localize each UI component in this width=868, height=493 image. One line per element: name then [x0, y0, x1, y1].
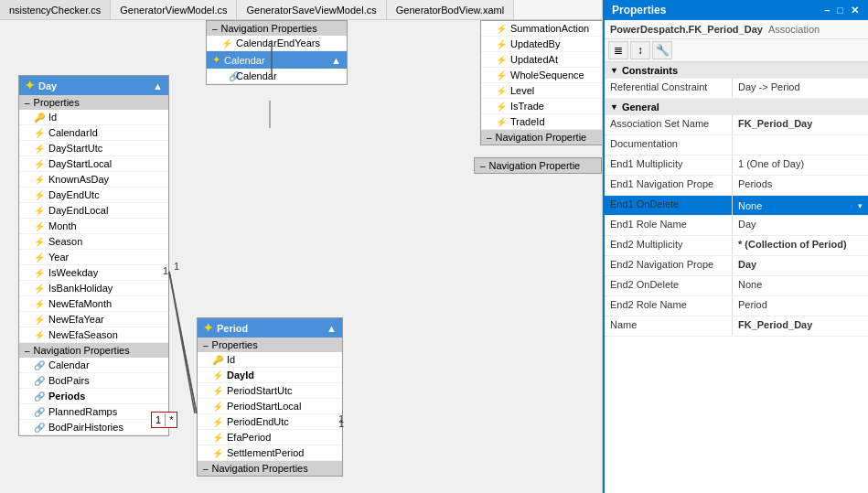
props-titlebar-controls: – □ ✕ [822, 5, 861, 16]
key-icon-period-id: 🔑 [212, 355, 223, 365]
props-val-end2mult: * (Collection of Period) [733, 236, 868, 255]
props-val-documentation [733, 135, 868, 155]
day-prop-nefas: ⚡ NewEfaSeason [19, 327, 168, 343]
day-prop-kad-label: KnownAsDay [48, 174, 109, 185]
props-key-assocsetname: Association Set Name [605, 115, 733, 134]
popup-right: * [169, 414, 173, 425]
props-val-end1mult: 1 (One of Day) [733, 155, 868, 175]
props-key-end2ondelete: End2 OnDelete [605, 276, 733, 295]
right-prop-ws: ⚡ WholeSequence [481, 68, 602, 83]
props-key-name: Name [605, 316, 733, 336]
prop-icon-peu: ⚡ [212, 417, 223, 427]
svg-line-0 [169, 272, 197, 413]
right-prop-ub: ⚡ UpdatedBy [481, 37, 602, 52]
tab-3[interactable]: GeneratorBodView.xaml [387, 0, 514, 19]
props-section-constraints[interactable]: Constraints [605, 62, 868, 79]
right-icon-tradeid: ⚡ [496, 117, 507, 127]
prop-icon-psl: ⚡ [212, 402, 223, 412]
props-minus-btn[interactable]: – [822, 5, 831, 16]
period-prop-efa: ⚡ EfaPeriod [198, 430, 342, 445]
popup-box: 1 * [151, 412, 177, 428]
properties-panel: Properties – □ ✕ PowerDespatch.FK_Period… [603, 0, 868, 493]
period-prop-psu-label: PeriodStartUtc [227, 385, 293, 396]
props-row-end1rolename: End1 Role Name Day [605, 216, 868, 236]
nav-icon-bph: 🔗 [34, 423, 45, 433]
props-key-end1mult: End1 Multiplicity [605, 155, 733, 175]
prop-icon-isbh: ⚡ [34, 284, 45, 294]
tab-2[interactable]: GeneratorSaveViewModel.cs [237, 0, 386, 19]
period-prop-psl-label: PeriodStartLocal [227, 401, 301, 412]
prop-icon-nefam: ⚡ [34, 299, 45, 309]
right-prop-level-label: Level [510, 85, 534, 96]
entity-day-expand[interactable]: ▲ [153, 80, 163, 91]
prop-icon-del: ⚡ [34, 206, 45, 216]
day-prop-kad: ⚡ KnownAsDay [19, 172, 168, 188]
props-maximize-btn[interactable]: □ [835, 5, 845, 16]
prop-icon-month: ⚡ [34, 221, 45, 231]
entity-day-title: Day [38, 80, 57, 91]
entity-period-header: ✦ Period ▲ [198, 318, 342, 338]
day-nav-section: Navigation Properties [19, 343, 168, 358]
right-prop-sa: ⚡ SummationAction [481, 21, 602, 37]
props-val-name: FK_Period_Day [733, 316, 868, 336]
calendar-expand[interactable]: ▲ [331, 55, 341, 66]
day-nav-calendar-label: Calendar [48, 359, 90, 370]
day-nav-periods-label: Periods [48, 391, 85, 402]
prop-icon-calendarid: ⚡ [34, 128, 45, 138]
period-prop-peu: ⚡ PeriodEndUtc [198, 414, 342, 430]
end1ondelete-value: None [738, 200, 762, 211]
props-tool-list[interactable]: ≣ [608, 41, 628, 59]
svg-line-3 [169, 272, 195, 413]
props-key-end1rolename: End1 Role Name [605, 216, 733, 235]
period-prop-id: 🔑 Id [198, 352, 342, 368]
cal-nav-sub: 🔗 Calendar [207, 69, 347, 84]
right-prop-istrade: ⚡ IsTrade [481, 99, 602, 114]
period-nav-section: Navigation Properties [198, 461, 342, 476]
right-icon-level: ⚡ [496, 86, 507, 96]
nav-icon-calendar: 🔗 [34, 360, 45, 370]
entity-period-expand[interactable]: ▲ [327, 323, 337, 334]
entity-period-title: Period [217, 323, 248, 334]
period-prop-psl: ⚡ PeriodStartLocal [198, 399, 342, 414]
right-prop-ws-label: WholeSequence [510, 70, 584, 80]
day-nav-plannedramps: 🔗 PlannedRamps [19, 404, 168, 420]
props-toolbar: ≣ ↕ 🔧 [605, 39, 868, 62]
props-tool-settings[interactable]: 🔧 [652, 41, 672, 59]
diagram-area: nsistencyChecker.cs GeneratorViewModel.c… [0, 0, 603, 493]
tab-bar: nsistencyChecker.cs GeneratorViewModel.c… [0, 0, 602, 20]
tab-1[interactable]: GeneratorViewModel.cs [111, 0, 237, 19]
period-props-section: Properties [198, 338, 342, 352]
props-row-assocsetname: Association Set Name FK_Period_Day [605, 115, 868, 135]
cal-nav-endyears-label: CalendarEndYears [236, 38, 320, 48]
props-tool-sort[interactable]: ↕ [630, 41, 650, 59]
prop-icon-kad: ⚡ [34, 175, 45, 185]
right-icon-ub: ⚡ [496, 39, 507, 49]
tab-0[interactable]: nsistencyChecker.cs [0, 0, 111, 19]
props-close-btn[interactable]: ✕ [849, 5, 861, 16]
prop-icon-psu: ⚡ [212, 386, 223, 396]
calendar-title: Calendar [224, 55, 265, 66]
end1ondelete-dropdown-arrow[interactable]: ▾ [858, 201, 863, 210]
period-prop-psu: ⚡ PeriodStartUtc [198, 383, 342, 399]
props-val-end1navprop: Periods [733, 176, 868, 195]
props-row-end1ondelete[interactable]: End1 OnDelete None ▾ [605, 196, 868, 216]
day-prop-del: ⚡ DayEndLocal [19, 203, 168, 219]
right-prop-ua: ⚡ UpdatedAt [481, 52, 602, 68]
entity-period: ✦ Period ▲ Properties 🔑 Id ⚡ DayId ⚡ Per… [197, 317, 343, 477]
props-object-type: Association [768, 24, 820, 35]
props-row-end1navprop: End1 Navigation Prope Periods [605, 176, 868, 196]
props-section-general[interactable]: General [605, 99, 868, 115]
key-icon-id: 🔑 [34, 113, 45, 123]
day-nav-calendar: 🔗 Calendar [19, 358, 168, 373]
entity-navprop-right: Navigation Propertie [474, 157, 602, 174]
cal-nav-section: Navigation Properties [207, 21, 347, 36]
day-prop-isweekday: ⚡ IsWeekday [19, 265, 168, 281]
calendar-header: ✦ Calendar ▲ [207, 51, 347, 69]
day-prop-nefay-label: NewEfaYear [48, 314, 104, 325]
day-prop-dsl: ⚡ DayStartLocal [19, 156, 168, 172]
period-prop-sp-label: SettlementPeriod [227, 447, 304, 458]
props-val-end2ondelete: None [733, 276, 868, 295]
main-container: nsistencyChecker.cs GeneratorViewModel.c… [0, 0, 868, 493]
right-prop-ub-label: UpdatedBy [510, 38, 560, 49]
right-icon-ws: ⚡ [496, 70, 507, 80]
